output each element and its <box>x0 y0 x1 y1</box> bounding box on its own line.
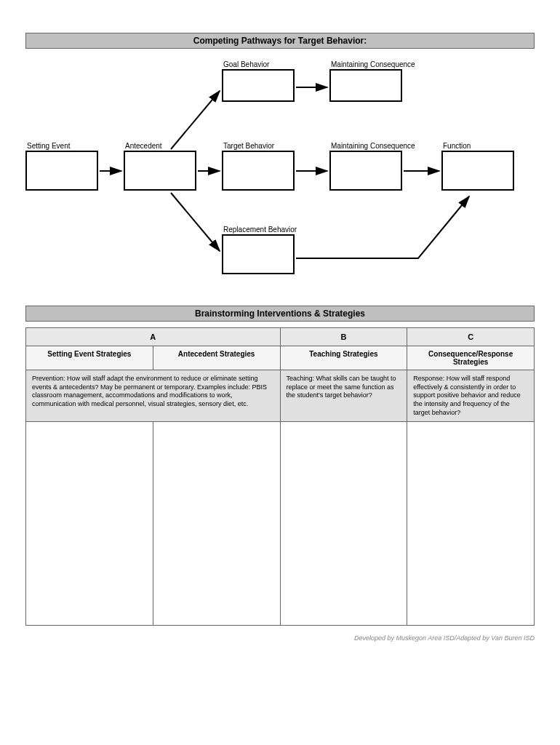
setting-event-box[interactable] <box>25 151 98 191</box>
consequence-strategies-cell[interactable] <box>407 422 535 626</box>
footer-credit: Developed by Muskegon Area ISD/Adapted b… <box>25 634 535 642</box>
col-c-header: C <box>407 328 535 346</box>
maintaining-consequence-top-box[interactable] <box>329 69 402 102</box>
consequence-strategies-header: Consequence/Response Strategies <box>407 346 535 370</box>
antecedent-label: Antecedent <box>124 142 196 150</box>
pathways-diagram: Goal Behavior Maintaining Consequence Se… <box>25 55 535 295</box>
response-desc: Response: How will staff respond effecti… <box>407 370 535 422</box>
maintaining-consequence-top-label: Maintaining Consequence <box>329 60 415 68</box>
goal-behavior-label: Goal Behavior <box>222 60 295 68</box>
teaching-strategies-cell[interactable] <box>280 422 407 626</box>
setting-event-strategies-cell[interactable] <box>26 422 153 626</box>
prevention-desc: Prevention: How will staff adapt the env… <box>26 370 281 422</box>
antecedent-box[interactable] <box>124 151 196 191</box>
replacement-behavior-box[interactable] <box>222 234 295 274</box>
strategies-table: A B C Setting Event Strategies Anteceden… <box>25 327 535 626</box>
antecedent-strategies-header: Antecedent Strategies <box>153 346 280 370</box>
function-label: Function <box>441 142 514 150</box>
replacement-behavior-label: Replacement Behavior <box>222 226 297 234</box>
target-behavior-box[interactable] <box>222 151 295 191</box>
teaching-strategies-header: Teaching Strategies <box>280 346 407 370</box>
col-a-header: A <box>26 328 281 346</box>
col-b-header: B <box>280 328 407 346</box>
setting-event-strategies-header: Setting Event Strategies <box>26 346 153 370</box>
function-box[interactable] <box>441 151 514 191</box>
maintaining-consequence-mid-box[interactable] <box>329 151 402 191</box>
setting-event-label: Setting Event <box>25 142 98 150</box>
svg-line-4 <box>171 91 220 149</box>
svg-line-6 <box>171 193 220 251</box>
teaching-desc: Teaching: What skills can be taught to r… <box>280 370 407 422</box>
strategies-header: Brainstorming Interventions & Strategies <box>25 306 535 322</box>
antecedent-strategies-cell[interactable] <box>153 422 280 626</box>
pathways-header: Competing Pathways for Target Behavior: <box>25 33 535 49</box>
target-behavior-label: Target Behavior <box>222 142 295 150</box>
goal-behavior-box[interactable] <box>222 69 295 102</box>
maintaining-consequence-mid-label: Maintaining Consequence <box>329 142 415 150</box>
